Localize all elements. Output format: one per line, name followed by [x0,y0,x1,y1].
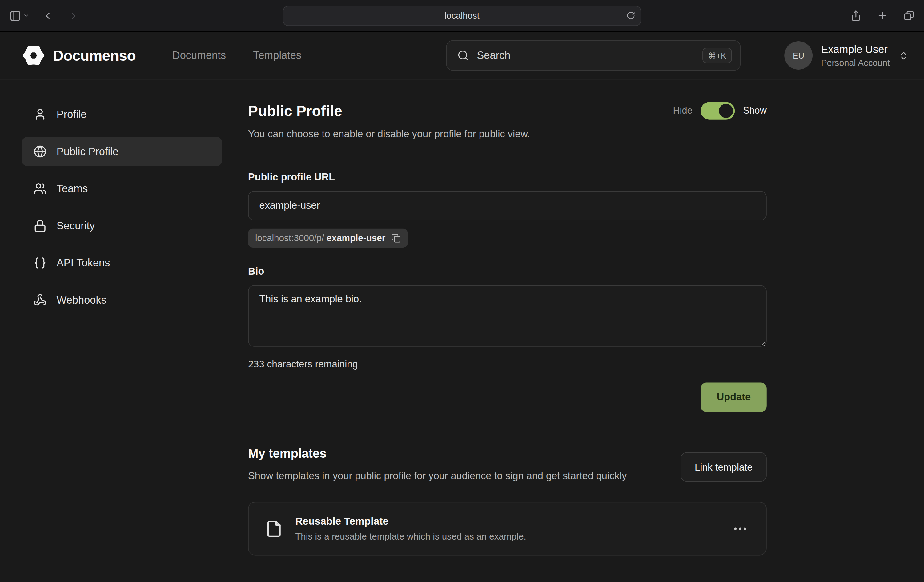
reload-icon [626,11,635,20]
page-title: Public Profile [248,102,342,119]
settings-layout: Profile Public Profile Teams Security AP… [0,79,924,556]
settings-sidebar: Profile Public Profile Teams Security AP… [22,100,222,556]
template-card: Reusable Template This is a reusable tem… [248,502,767,556]
app-header: Documenso Documents Templates Search ⌘+K… [0,32,924,79]
profile-visibility-toggle[interactable] [701,102,735,119]
sidebar-item-label: Webhooks [57,294,107,306]
visibility-toggle-group: Hide Show [673,102,766,119]
users-icon [33,182,46,195]
file-icon [265,520,283,537]
hide-label: Hide [673,106,692,116]
show-label: Show [743,106,767,116]
webhook-icon [33,293,46,306]
back-button[interactable] [43,10,53,21]
update-button[interactable]: Update [701,383,767,412]
my-templates-section: My templates Show templates in your publ… [248,446,767,556]
user-icon [33,108,46,121]
link-template-button[interactable]: Link template [681,452,767,482]
chevron-left-icon [43,10,53,21]
divider [248,155,767,156]
new-tab-button[interactable] [877,10,888,21]
plus-icon [877,10,888,21]
chevron-right-icon [68,10,79,21]
share-icon [850,10,861,21]
share-button[interactable] [850,10,861,21]
user-menu[interactable]: EU Example User Personal Account [785,41,909,69]
url-prefix: localhost:3000/p/ [255,233,324,243]
chrome-right-controls [850,10,915,21]
sidebar-item-public-profile[interactable]: Public Profile [22,137,222,166]
profile-url-input[interactable] [248,191,767,220]
browser-window: localhost Documenso Docu [0,0,924,582]
address-bar[interactable]: localhost [283,5,641,26]
globe-icon [33,145,46,158]
search-input[interactable]: Search ⌘+K [446,40,741,71]
template-info: Reusable Template This is a reusable tem… [295,516,526,542]
profile-url-label: Public profile URL [248,172,767,183]
tab-overview-button[interactable] [903,10,914,21]
copy-icon [391,233,401,243]
sidebar-item-webhooks[interactable]: Webhooks [22,286,222,315]
chevron-down-icon[interactable] [23,12,30,19]
template-menu-button[interactable] [731,524,749,534]
sidebar-item-teams[interactable]: Teams [22,174,222,203]
sidebar-item-profile[interactable]: Profile [22,100,222,129]
copy-url-button[interactable] [391,233,401,243]
sidebar-toggle-button[interactable] [10,10,21,21]
template-description: This is a reusable template which is use… [295,531,526,542]
sidebar-item-api-tokens[interactable]: API Tokens [22,248,222,278]
templates-title: My templates [248,446,627,460]
characters-remaining: 233 characters remaining [248,359,767,370]
bio-textarea[interactable]: This is an example bio. [248,286,767,347]
bio-label: Bio [248,266,767,278]
sidebar-item-security[interactable]: Security [22,211,222,240]
panel-left-icon [10,10,21,21]
forward-button[interactable] [68,10,79,21]
templates-header-text: My templates Show templates in your publ… [248,446,627,484]
sidebar-item-label: Security [57,220,95,232]
nav-templates[interactable]: Templates [253,49,301,61]
page-subtitle: You can choose to enable or disable your… [248,128,767,140]
chrome-left-controls [10,10,79,21]
sidebar-item-label: Profile [57,108,87,121]
sidebar-item-label: API Tokens [57,257,110,269]
url-slug: example-user [327,233,385,243]
sidebar-item-label: Public Profile [57,146,119,158]
search-placeholder: Search [477,49,510,61]
search-shortcut-badge: ⌘+K [702,48,732,63]
browser-chrome: localhost [0,0,924,32]
user-account-type: Personal Account [821,58,890,68]
main-nav: Documents Templates [172,49,301,61]
user-name: Example User [821,43,890,56]
search-icon [457,50,469,61]
template-name: Reusable Template [295,516,526,528]
address-url: localhost [444,10,479,21]
reload-button[interactable] [626,11,635,20]
brand-name: Documenso [53,47,136,64]
toggle-knob [719,104,733,118]
public-profile-panel: Public Profile Hide Show You can choose … [248,100,767,556]
braces-icon [33,256,46,270]
avatar: EU [785,41,813,69]
brand[interactable]: Documenso [22,44,136,68]
documenso-logo-icon [22,44,46,68]
nav-documents[interactable]: Documents [172,49,226,61]
templates-description: Show templates in your public profile fo… [248,469,627,484]
chevrons-up-down-icon [899,51,909,61]
user-meta: Example User Personal Account [821,43,890,68]
tabs-icon [903,10,914,21]
ellipsis-icon [734,527,737,530]
lock-icon [33,219,46,232]
profile-url-preview: localhost:3000/p/ example-user [248,229,408,248]
sidebar-item-label: Teams [57,183,88,195]
